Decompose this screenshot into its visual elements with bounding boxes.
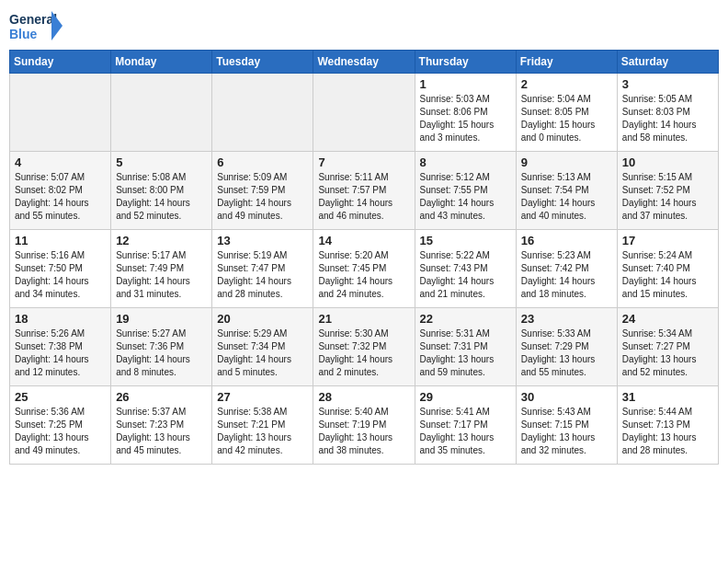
- week-row-3: 11Sunrise: 5:16 AM Sunset: 7:50 PM Dayli…: [10, 230, 719, 308]
- day-number: 15: [420, 234, 511, 247]
- day-info: Sunrise: 5:43 AM Sunset: 7:15 PM Dayligh…: [521, 406, 612, 457]
- calendar-table: SundayMondayTuesdayWednesdayThursdayFrid…: [9, 50, 719, 465]
- day-number: 14: [318, 234, 409, 247]
- day-cell-25: 25Sunrise: 5:36 AM Sunset: 7:25 PM Dayli…: [10, 386, 111, 465]
- day-number: 17: [622, 234, 713, 247]
- day-info: Sunrise: 5:13 AM Sunset: 7:54 PM Dayligh…: [521, 171, 612, 223]
- day-info: Sunrise: 5:07 AM Sunset: 8:02 PM Dayligh…: [15, 171, 106, 223]
- day-number: 10: [622, 155, 713, 169]
- day-number: 24: [622, 312, 713, 326]
- day-number: 18: [15, 312, 106, 326]
- day-cell-22: 22Sunrise: 5:31 AM Sunset: 7:31 PM Dayli…: [415, 308, 516, 386]
- day-number: 26: [116, 390, 207, 404]
- day-cell-5: 5Sunrise: 5:08 AM Sunset: 8:00 PM Daylig…: [111, 152, 212, 230]
- day-cell-31: 31Sunrise: 5:44 AM Sunset: 7:13 PM Dayli…: [617, 386, 718, 465]
- weekday-monday: Monday: [111, 51, 212, 74]
- weekday-friday: Friday: [516, 51, 617, 74]
- day-number: 8: [420, 155, 511, 169]
- week-row-2: 4Sunrise: 5:07 AM Sunset: 8:02 PM Daylig…: [10, 152, 719, 230]
- day-number: 21: [318, 312, 409, 326]
- empty-cell: [10, 74, 111, 152]
- weekday-thursday: Thursday: [415, 51, 516, 74]
- day-cell-7: 7Sunrise: 5:11 AM Sunset: 7:57 PM Daylig…: [313, 152, 415, 230]
- day-info: Sunrise: 5:15 AM Sunset: 7:52 PM Dayligh…: [622, 171, 713, 223]
- day-info: Sunrise: 5:12 AM Sunset: 7:55 PM Dayligh…: [420, 171, 511, 223]
- day-cell-29: 29Sunrise: 5:41 AM Sunset: 7:17 PM Dayli…: [415, 386, 516, 465]
- day-info: Sunrise: 5:09 AM Sunset: 7:59 PM Dayligh…: [217, 171, 308, 223]
- day-cell-1: 1Sunrise: 5:03 AM Sunset: 8:06 PM Daylig…: [415, 74, 516, 152]
- day-cell-30: 30Sunrise: 5:43 AM Sunset: 7:15 PM Dayli…: [516, 386, 617, 465]
- day-number: 11: [15, 234, 106, 247]
- day-info: Sunrise: 5:34 AM Sunset: 7:27 PM Dayligh…: [622, 327, 713, 379]
- day-info: Sunrise: 5:30 AM Sunset: 7:32 PM Dayligh…: [318, 327, 409, 379]
- day-info: Sunrise: 5:26 AM Sunset: 7:38 PM Dayligh…: [15, 327, 106, 379]
- day-cell-18: 18Sunrise: 5:26 AM Sunset: 7:38 PM Dayli…: [10, 308, 111, 386]
- day-info: Sunrise: 5:27 AM Sunset: 7:36 PM Dayligh…: [116, 327, 207, 379]
- day-cell-19: 19Sunrise: 5:27 AM Sunset: 7:36 PM Dayli…: [111, 308, 212, 386]
- day-info: Sunrise: 5:08 AM Sunset: 8:00 PM Dayligh…: [116, 171, 207, 223]
- day-number: 5: [116, 155, 207, 169]
- day-cell-17: 17Sunrise: 5:24 AM Sunset: 7:40 PM Dayli…: [617, 230, 718, 308]
- day-number: 23: [521, 312, 612, 326]
- day-number: 7: [318, 155, 409, 169]
- day-cell-11: 11Sunrise: 5:16 AM Sunset: 7:50 PM Dayli…: [10, 230, 111, 308]
- day-info: Sunrise: 5:41 AM Sunset: 7:17 PM Dayligh…: [420, 406, 511, 457]
- empty-cell: [111, 74, 212, 152]
- day-cell-4: 4Sunrise: 5:07 AM Sunset: 8:02 PM Daylig…: [10, 152, 111, 230]
- day-number: 29: [420, 390, 511, 404]
- day-number: 9: [521, 155, 612, 169]
- day-cell-28: 28Sunrise: 5:40 AM Sunset: 7:19 PM Dayli…: [313, 386, 415, 465]
- day-info: Sunrise: 5:33 AM Sunset: 7:29 PM Dayligh…: [521, 327, 612, 379]
- day-info: Sunrise: 5:03 AM Sunset: 8:06 PM Dayligh…: [420, 93, 511, 144]
- weekday-saturday: Saturday: [617, 51, 718, 74]
- day-cell-20: 20Sunrise: 5:29 AM Sunset: 7:34 PM Dayli…: [212, 308, 313, 386]
- svg-text:General: General: [9, 12, 57, 27]
- day-info: Sunrise: 5:16 AM Sunset: 7:50 PM Dayligh…: [15, 249, 106, 301]
- day-info: Sunrise: 5:23 AM Sunset: 7:42 PM Dayligh…: [521, 249, 612, 301]
- day-number: 27: [217, 390, 308, 404]
- day-cell-23: 23Sunrise: 5:33 AM Sunset: 7:29 PM Dayli…: [516, 308, 617, 386]
- day-number: 22: [420, 312, 511, 326]
- day-cell-12: 12Sunrise: 5:17 AM Sunset: 7:49 PM Dayli…: [111, 230, 212, 308]
- svg-text:Blue: Blue: [9, 27, 38, 41]
- day-cell-27: 27Sunrise: 5:38 AM Sunset: 7:21 PM Dayli…: [212, 386, 313, 465]
- day-number: 4: [15, 155, 106, 169]
- day-number: 2: [521, 77, 612, 91]
- day-info: Sunrise: 5:20 AM Sunset: 7:45 PM Dayligh…: [318, 249, 409, 301]
- day-info: Sunrise: 5:44 AM Sunset: 7:13 PM Dayligh…: [622, 406, 713, 457]
- empty-cell: [313, 74, 415, 152]
- day-info: Sunrise: 5:17 AM Sunset: 7:49 PM Dayligh…: [116, 249, 207, 301]
- day-number: 6: [217, 155, 308, 169]
- day-info: Sunrise: 5:31 AM Sunset: 7:31 PM Dayligh…: [420, 327, 511, 379]
- weekday-header-row: SundayMondayTuesdayWednesdayThursdayFrid…: [10, 51, 719, 74]
- day-info: Sunrise: 5:40 AM Sunset: 7:19 PM Dayligh…: [318, 406, 409, 457]
- weekday-tuesday: Tuesday: [212, 51, 313, 74]
- week-row-4: 18Sunrise: 5:26 AM Sunset: 7:38 PM Dayli…: [10, 308, 719, 386]
- day-cell-6: 6Sunrise: 5:09 AM Sunset: 7:59 PM Daylig…: [212, 152, 313, 230]
- day-info: Sunrise: 5:29 AM Sunset: 7:34 PM Dayligh…: [217, 327, 308, 379]
- day-cell-26: 26Sunrise: 5:37 AM Sunset: 7:23 PM Dayli…: [111, 386, 212, 465]
- day-info: Sunrise: 5:11 AM Sunset: 7:57 PM Dayligh…: [318, 171, 409, 223]
- day-number: 20: [217, 312, 308, 326]
- weekday-wednesday: Wednesday: [313, 51, 415, 74]
- day-cell-3: 3Sunrise: 5:05 AM Sunset: 8:03 PM Daylig…: [617, 74, 718, 152]
- day-info: Sunrise: 5:22 AM Sunset: 7:43 PM Dayligh…: [420, 249, 511, 301]
- day-number: 25: [15, 390, 106, 404]
- logo: GeneralBlue: [9, 9, 64, 42]
- day-cell-24: 24Sunrise: 5:34 AM Sunset: 7:27 PM Dayli…: [617, 308, 718, 386]
- empty-cell: [212, 74, 313, 152]
- day-info: Sunrise: 5:38 AM Sunset: 7:21 PM Dayligh…: [217, 406, 308, 457]
- day-cell-2: 2Sunrise: 5:04 AM Sunset: 8:05 PM Daylig…: [516, 74, 617, 152]
- day-info: Sunrise: 5:24 AM Sunset: 7:40 PM Dayligh…: [622, 249, 713, 301]
- day-number: 1: [420, 77, 511, 91]
- weekday-sunday: Sunday: [10, 51, 111, 74]
- week-row-5: 25Sunrise: 5:36 AM Sunset: 7:25 PM Dayli…: [10, 386, 719, 465]
- day-info: Sunrise: 5:04 AM Sunset: 8:05 PM Dayligh…: [521, 93, 612, 144]
- day-number: 31: [622, 390, 713, 404]
- logo-icon: GeneralBlue: [9, 9, 64, 42]
- day-cell-13: 13Sunrise: 5:19 AM Sunset: 7:47 PM Dayli…: [212, 230, 313, 308]
- week-row-1: 1Sunrise: 5:03 AM Sunset: 8:06 PM Daylig…: [10, 74, 719, 152]
- day-cell-16: 16Sunrise: 5:23 AM Sunset: 7:42 PM Dayli…: [516, 230, 617, 308]
- day-number: 13: [217, 234, 308, 247]
- day-info: Sunrise: 5:37 AM Sunset: 7:23 PM Dayligh…: [116, 406, 207, 457]
